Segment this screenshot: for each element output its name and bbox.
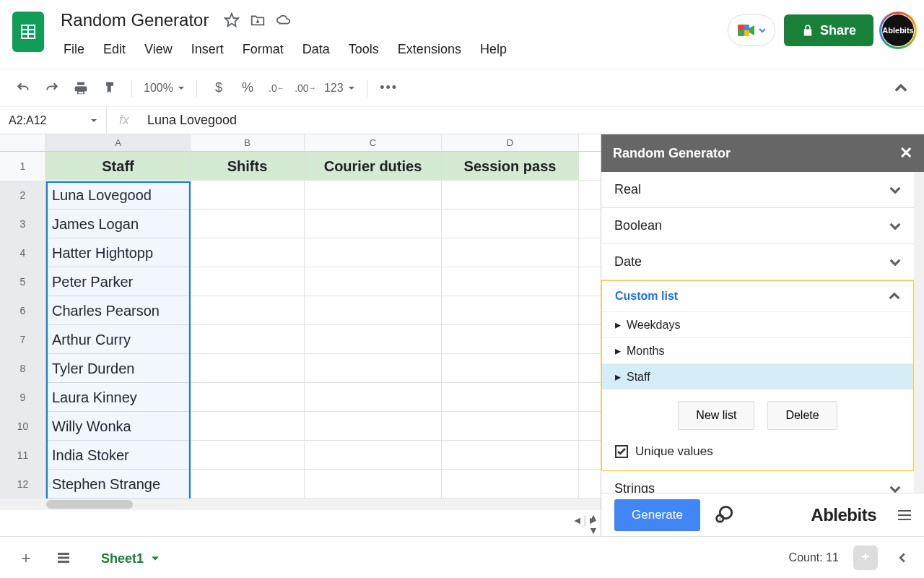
- cell[interactable]: [305, 412, 442, 441]
- cell[interactable]: [442, 325, 579, 354]
- undo-button[interactable]: [10, 75, 36, 101]
- cell[interactable]: [442, 296, 579, 325]
- collapse-toolbar-button[interactable]: [888, 75, 914, 101]
- tab-sheet1[interactable]: Sheet1: [87, 539, 174, 577]
- section-boolean[interactable]: Boolean: [601, 208, 914, 244]
- row-header[interactable]: 9: [0, 383, 46, 412]
- scroll-down-icon[interactable]: ▼: [588, 525, 598, 536]
- cell[interactable]: [442, 383, 579, 412]
- paint-format-button[interactable]: [97, 75, 123, 101]
- redo-button[interactable]: [39, 75, 65, 101]
- scroll-left-icon[interactable]: ◄: [572, 514, 583, 526]
- more-toolbar-button[interactable]: •••: [376, 75, 402, 101]
- cell[interactable]: Session pass: [442, 152, 579, 181]
- cell[interactable]: [305, 267, 442, 296]
- cell[interactable]: [305, 441, 442, 470]
- cell[interactable]: James Logan: [46, 210, 191, 238]
- cell[interactable]: [191, 325, 305, 354]
- cell[interactable]: [442, 354, 579, 383]
- cell[interactable]: [442, 412, 579, 441]
- sheets-logo[interactable]: [10, 7, 46, 56]
- cell[interactable]: [442, 210, 579, 238]
- cell[interactable]: [191, 412, 305, 441]
- cell[interactable]: [305, 238, 442, 267]
- custom-list-staff[interactable]: ▸Staff: [602, 363, 913, 389]
- column-header-B[interactable]: B: [191, 134, 305, 151]
- cell[interactable]: Charles Pearson: [46, 296, 191, 325]
- custom-list-weekdays[interactable]: ▸Weekdays: [602, 311, 913, 337]
- zoom-dropdown[interactable]: 100%: [141, 79, 188, 98]
- cell[interactable]: [191, 267, 305, 296]
- cell[interactable]: [305, 325, 442, 354]
- cell[interactable]: Staff: [46, 152, 191, 181]
- move-icon[interactable]: [249, 12, 266, 29]
- print-button[interactable]: [68, 75, 94, 101]
- column-header-C[interactable]: C: [305, 134, 442, 151]
- cell[interactable]: [191, 470, 305, 499]
- column-header-D[interactable]: D: [442, 134, 579, 151]
- increase-decimal-button[interactable]: .00→: [292, 75, 318, 101]
- cell[interactable]: Courier duties: [305, 152, 442, 181]
- cell[interactable]: [305, 296, 442, 325]
- cell[interactable]: Shifts: [191, 152, 305, 181]
- menu-file[interactable]: File: [56, 39, 92, 60]
- close-icon[interactable]: ✕: [899, 144, 912, 163]
- account-avatar[interactable]: Ablebits: [882, 14, 914, 46]
- row-header[interactable]: 10: [0, 412, 46, 441]
- cell[interactable]: [442, 470, 579, 499]
- cell[interactable]: [191, 238, 305, 267]
- all-sheets-button[interactable]: [49, 543, 78, 572]
- cell[interactable]: [442, 238, 579, 267]
- menu-help[interactable]: Help: [473, 39, 514, 60]
- format-currency-button[interactable]: $: [206, 75, 232, 101]
- custom-list-months[interactable]: ▸Months: [602, 337, 913, 363]
- cell[interactable]: Peter Parker: [46, 267, 191, 296]
- add-sheet-button[interactable]: ＋: [12, 543, 40, 572]
- generate-button[interactable]: Generate: [614, 499, 700, 531]
- cell[interactable]: [442, 181, 579, 210]
- cell[interactable]: Stephen Strange: [46, 470, 191, 499]
- cell[interactable]: Hatter Hightopp: [46, 238, 191, 267]
- menu-view[interactable]: View: [137, 39, 180, 60]
- cloud-status-icon[interactable]: [275, 12, 292, 29]
- cell[interactable]: [305, 210, 442, 238]
- unique-values-checkbox[interactable]: Unique values: [602, 437, 913, 470]
- format-percent-button[interactable]: %: [235, 75, 261, 101]
- name-box[interactable]: A2:A12: [0, 107, 107, 134]
- menu-tools[interactable]: Tools: [341, 39, 386, 60]
- row-header[interactable]: 7: [0, 325, 46, 354]
- row-header[interactable]: 1: [0, 152, 46, 181]
- menu-format[interactable]: Format: [235, 39, 291, 60]
- cell[interactable]: Willy Wonka: [46, 412, 191, 441]
- cell[interactable]: [191, 181, 305, 210]
- cell[interactable]: [191, 296, 305, 325]
- meet-button[interactable]: [728, 14, 775, 46]
- menu-insert[interactable]: Insert: [184, 39, 231, 60]
- section-real[interactable]: Real: [601, 172, 914, 208]
- spreadsheet-grid[interactable]: ABCD 1StaffShiftsCourier dutiesSession p…: [0, 134, 601, 536]
- row-header[interactable]: 5: [0, 267, 46, 296]
- cell[interactable]: Luna Lovegood: [46, 181, 191, 210]
- doc-title[interactable]: Random Generator: [56, 9, 213, 32]
- cell[interactable]: [305, 181, 442, 210]
- menu-data[interactable]: Data: [295, 39, 337, 60]
- section-date[interactable]: Date: [601, 244, 914, 280]
- cell[interactable]: [191, 441, 305, 470]
- formula-input[interactable]: Luna Lovegood: [141, 113, 924, 128]
- menu-extensions[interactable]: Extensions: [391, 39, 468, 60]
- selection-count[interactable]: Count: 11: [789, 551, 839, 564]
- row-header[interactable]: 6: [0, 296, 46, 325]
- cell[interactable]: [305, 383, 442, 412]
- cell[interactable]: India Stoker: [46, 441, 191, 470]
- row-header[interactable]: 4: [0, 238, 46, 267]
- new-list-button[interactable]: New list: [678, 401, 754, 430]
- row-header[interactable]: 3: [0, 210, 46, 238]
- cell[interactable]: [191, 383, 305, 412]
- row-header[interactable]: 12: [0, 470, 46, 499]
- more-formats-dropdown[interactable]: 123: [321, 79, 358, 98]
- panel-scrollbar[interactable]: [914, 172, 924, 493]
- show-side-panel-button[interactable]: [892, 548, 912, 568]
- explore-button[interactable]: [853, 545, 878, 570]
- section-strings[interactable]: Strings: [601, 471, 914, 493]
- cell[interactable]: [191, 354, 305, 383]
